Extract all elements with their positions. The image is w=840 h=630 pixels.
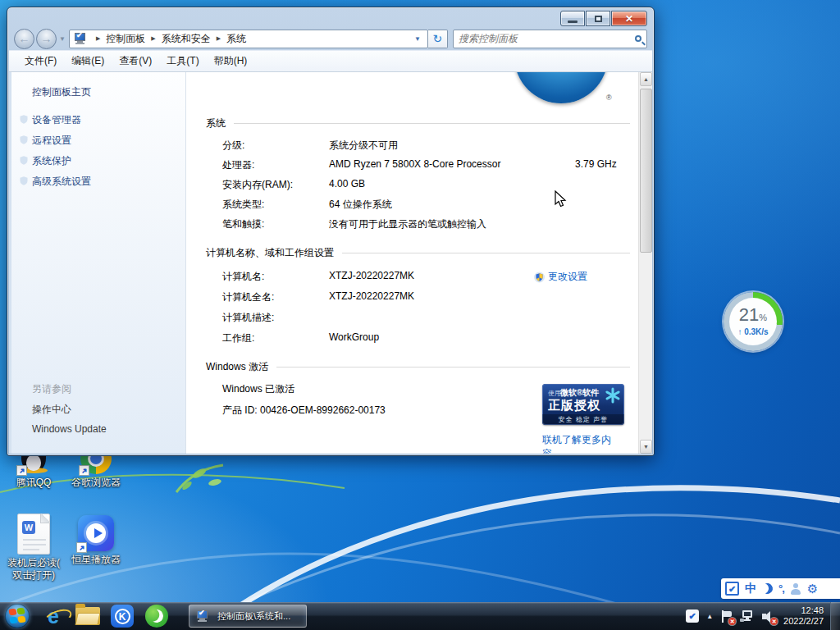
sidebar-item-windows-update[interactable]: Windows Update	[32, 423, 107, 435]
sidebar-item-device-manager[interactable]: 设备管理器	[32, 113, 81, 127]
main-content: ® 系统 分级: 系统分级不可用 处理器: AMD Ryzen 7 5800X …	[186, 72, 638, 454]
recent-pages-chevron-icon[interactable]: ▼	[59, 35, 66, 43]
tray-network-icon[interactable]	[740, 610, 754, 623]
desktop-icon-label: 谷歌浏览器	[62, 477, 130, 489]
address-toolbar: ← → ▼ ✔ ▶ 控制面板 ▶ 系统和安全 ▶ 系统 ▼ ↻	[7, 27, 654, 50]
ime-fullwidth-moon-icon[interactable]	[760, 581, 774, 596]
learn-more-online-link[interactable]: 联机了解更多内容...	[542, 433, 624, 454]
taskbar-ie-button[interactable]: e	[39, 604, 67, 628]
system-icon: ✔	[195, 609, 209, 623]
minimize-icon	[568, 21, 578, 23]
shortcut-arrow-icon: ➜	[16, 465, 27, 476]
taskbar-360-browser-button[interactable]	[143, 604, 171, 628]
maximize-button[interactable]	[586, 11, 610, 26]
shortcut-arrow-icon: ➜	[79, 465, 89, 476]
taskbar: e K ✔ 控制面板\系统和... ✔ ▲ ✕ ✕ 12:48 2022/2/2…	[0, 602, 840, 630]
vertical-scrollbar[interactable]: ▲ ▼	[638, 72, 652, 454]
search-input[interactable]	[459, 33, 635, 44]
desktop-icon-label: 装机后必读(双击打开)	[0, 557, 67, 582]
mouse-cursor	[555, 190, 567, 208]
genuine-software-badge: 使用 微软®软件 正版授权 安全 稳定 声誉	[542, 384, 624, 425]
ime-logo-icon[interactable]: ✔	[725, 582, 739, 596]
breadcrumb-system-security[interactable]: 系统和安全	[162, 32, 211, 46]
breadcrumb-arrow-icon: ▶	[96, 35, 100, 42]
ime-settings-gear-icon[interactable]: ⚙	[807, 582, 818, 595]
show-desktop-button[interactable]	[830, 602, 840, 630]
clock-date: 2022/2/27	[783, 616, 824, 627]
back-arrow-icon: ←	[19, 32, 30, 45]
sidebar-item-control-panel-home[interactable]: 控制面板主页	[32, 85, 91, 99]
kugou-icon: K	[111, 605, 134, 628]
sidebar-item-system-protection[interactable]: 系统保护	[32, 154, 71, 168]
rating-unavailable-link[interactable]: 系统分级不可用	[329, 139, 398, 153]
forward-button[interactable]: →	[36, 29, 57, 49]
menu-bar: 文件(F) 编辑(E) 查看(V) 工具(T) 帮助(H)	[9, 50, 652, 71]
ime-account-icon[interactable]	[790, 583, 801, 595]
ime-punctuation-icon[interactable]: °,	[778, 582, 784, 595]
speed-gauge-widget[interactable]: 21% ↑ 0.3K/s	[724, 292, 783, 351]
word-document-icon: W	[17, 514, 50, 555]
processor-speed: 3.79 GHz	[575, 158, 617, 170]
folder-icon	[75, 607, 100, 625]
sidebar-item-advanced-settings[interactable]: 高级系统设置	[32, 175, 91, 189]
close-button[interactable]: ✕	[611, 11, 647, 26]
row-workgroup: 工作组: WorkGroup	[222, 331, 630, 345]
gauge-speed: 0.3K/s	[744, 327, 768, 336]
row-computer-name: 计算机名: XTZJ-20220227MK 更改设置	[222, 270, 630, 283]
minimize-button[interactable]	[560, 11, 585, 26]
scroll-down-button[interactable]: ▼	[640, 440, 652, 454]
shortcut-arrow-icon: ➜	[76, 542, 87, 553]
address-dropdown-icon[interactable]: ▼	[411, 35, 424, 43]
row-processor: 处理器: AMD Ryzen 7 5800X 8-Core Processor …	[222, 158, 630, 171]
desktop-icon-readme[interactable]: W 装机后必读(双击打开)	[0, 514, 67, 582]
uac-shield-icon	[19, 155, 29, 166]
menu-edit[interactable]: 编辑(E)	[64, 52, 112, 71]
row-memory: 安装内存(RAM): 4.00 GB	[222, 178, 630, 191]
taskbar-kugou-button[interactable]: K	[108, 604, 136, 628]
uac-shield-icon	[534, 272, 545, 283]
tray-action-center-icon[interactable]: ✕	[721, 610, 733, 623]
address-bar[interactable]: ✔ ▶ 控制面板 ▶ 系统和安全 ▶ 系统 ▼	[69, 30, 428, 48]
taskbar-active-window-button[interactable]: ✔ 控制面板\系统和...	[189, 605, 307, 628]
show-hidden-icons-button[interactable]: ▲	[706, 613, 713, 620]
windows-orb-logo	[514, 72, 608, 103]
registered-mark: ®	[606, 94, 612, 102]
tray-volume-icon[interactable]: ✕	[761, 610, 774, 623]
search-box[interactable]	[453, 30, 647, 48]
menu-tools[interactable]: 工具(T)	[159, 52, 206, 71]
taskbar-explorer-button[interactable]	[74, 604, 102, 628]
back-button[interactable]: ←	[14, 29, 34, 49]
start-button[interactable]	[5, 604, 30, 628]
menu-file[interactable]: 文件(F)	[17, 52, 64, 71]
breadcrumb-system[interactable]: 系统	[226, 32, 246, 46]
search-icon	[635, 35, 641, 42]
refresh-button[interactable]: ↻	[428, 30, 448, 48]
menu-help[interactable]: 帮助(H)	[207, 52, 255, 71]
title-bar[interactable]: ✕	[7, 7, 654, 27]
desktop-icon-star-player[interactable]: ➜ 恒星播放器	[62, 515, 130, 566]
scrollbar-thumb[interactable]	[640, 89, 652, 253]
taskbar-clock[interactable]: 12:48 2022/2/27	[783, 605, 824, 627]
section-system: 系统	[206, 116, 630, 130]
tray-security-icon[interactable]: ✔	[686, 609, 699, 623]
sidebar-item-remote-settings[interactable]: 远程设置	[32, 134, 71, 148]
section-windows-activation: Windows 激活	[206, 360, 630, 374]
row-computer-description: 计算机描述:	[222, 311, 630, 324]
scroll-up-button[interactable]: ▲	[640, 72, 652, 86]
breadcrumb-arrow-icon: ▶	[217, 35, 221, 42]
uac-shield-icon	[19, 114, 29, 125]
upload-arrow-icon: ↑	[737, 327, 742, 336]
change-settings-link[interactable]: 更改设置	[534, 270, 587, 284]
row-computer-fullname: 计算机全名: XTZJ-20220227MK	[222, 290, 630, 304]
star-player-icon: ➜	[78, 515, 114, 551]
see-also-heading: 另请参阅	[32, 382, 71, 396]
row-rating: 分级: 系统分级不可用	[222, 139, 630, 152]
start-flag-icon	[8, 608, 16, 615]
sidebar-item-action-center[interactable]: 操作中心	[32, 403, 71, 417]
sidebar: 控制面板主页 设备管理器 远程设置 系统保护 高级系统设置 另请参阅 操作中心 …	[9, 72, 186, 454]
maximize-icon	[595, 16, 602, 22]
menu-view[interactable]: 查看(V)	[112, 52, 159, 71]
breadcrumb-control-panel[interactable]: 控制面板	[106, 32, 145, 46]
ime-chinese-mode-icon[interactable]: 中	[745, 582, 756, 596]
system-control-panel-window: ✕ ← → ▼ ✔ ▶ 控制面板 ▶ 系统和安全 ▶ 系统 ▼ ↻ 文件(F) …	[7, 7, 655, 456]
